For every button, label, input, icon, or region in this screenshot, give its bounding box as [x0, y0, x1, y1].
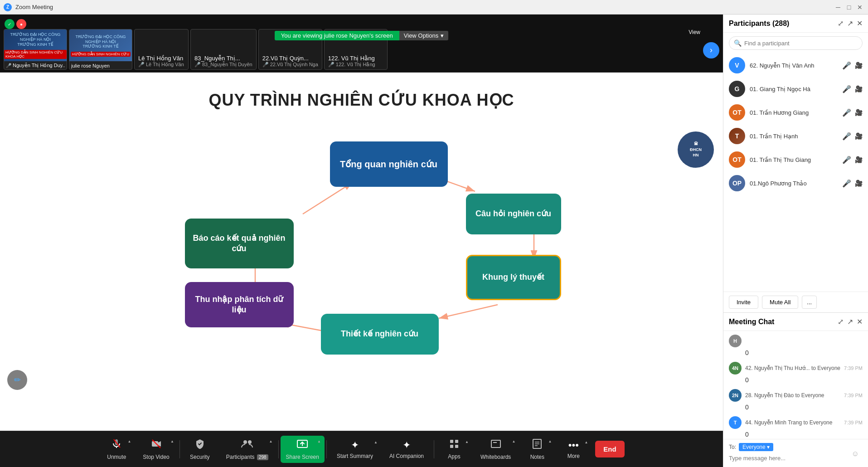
whiteboard-icon — [490, 438, 501, 452]
notes-icon — [532, 438, 542, 452]
more-caret[interactable]: ▲ — [584, 440, 588, 444]
unmute-label: Unmute — [107, 454, 126, 460]
invite-button[interactable]: Invite — [729, 296, 758, 309]
participants-more-button[interactable]: ... — [802, 296, 817, 309]
chat-close-button[interactable]: ✕ — [857, 317, 863, 326]
box-bao-cao: Báo cáo kết quả nghiên cứu — [185, 219, 294, 268]
participant-search-box[interactable]: 🔍 — [729, 36, 863, 50]
participants-caret[interactable]: ▲ — [269, 439, 273, 443]
start-summary-label: Start Summary — [337, 453, 373, 459]
view-options-button[interactable]: View Options ▾ — [399, 31, 448, 40]
list-item[interactable]: V 62. Nguyễn Thị Vân Anh 🎤 🎥 — [723, 54, 868, 77]
svg-rect-16 — [450, 440, 453, 443]
notes-caret[interactable]: ▲ — [548, 439, 552, 443]
navigate-right-button[interactable]: › — [703, 42, 719, 58]
security-button[interactable]: Security — [182, 436, 218, 463]
participant-actions: 🎤 🎥 — [842, 85, 863, 93]
chat-message: 4N 42. Nguyễn Thị Thu Hướ... to Everyone… — [729, 362, 863, 384]
edit-button[interactable]: ✏ — [7, 370, 27, 390]
notes-label: Notes — [530, 454, 544, 460]
more-label: More — [567, 453, 580, 459]
svg-line-6 — [303, 182, 353, 214]
message-time: 7:39 PM — [844, 365, 863, 371]
unmute-caret[interactable]: ▲ — [127, 439, 131, 443]
participant-actions: 🎤 🎥 — [842, 179, 863, 188]
chat-external-button[interactable]: ↗ — [847, 317, 853, 326]
whiteboards-caret[interactable]: ▲ — [512, 439, 515, 443]
right-panel: Participants (288) ⤢ ↗ ✕ 🔍 V 62. Nguyễn … — [723, 15, 868, 467]
window-controls[interactable]: ─ □ ✕ — [834, 3, 864, 12]
unmute-button[interactable]: ▲ Unmute — [98, 436, 135, 463]
participant-actions: 🎤 🎥 — [842, 61, 863, 70]
mute-icon-5: 🎤 — [328, 62, 335, 68]
start-summary-caret[interactable]: ▲ — [374, 440, 378, 444]
search-input[interactable] — [744, 40, 858, 47]
stop-video-button[interactable]: ▲ Stop Video — [135, 436, 178, 463]
whiteboards-button[interactable]: ▲ Whiteboards — [472, 436, 519, 463]
svg-point-14 — [248, 440, 252, 444]
participants-panel: Participants (288) ⤢ ↗ ✕ 🔍 V 62. Nguyễn … — [723, 15, 868, 313]
presentation-title: QUY TRÌNH NGHIÊN CỨU KHOA HỌC — [209, 91, 514, 110]
end-button[interactable]: End — [595, 441, 624, 457]
chat-input[interactable] — [729, 453, 863, 463]
start-summary-button[interactable]: ▲ ✦ Start Summary — [329, 437, 381, 462]
apps-label: Apps — [448, 453, 460, 460]
mute-icon-3: 🎤 — [194, 62, 201, 68]
participant-video-icon: 🎥 — [855, 109, 863, 116]
participant-video-icon: 🎥 — [855, 85, 863, 92]
share-screen-caret[interactable]: ▲ — [317, 439, 321, 443]
chat-recipient-dropdown[interactable]: Everyone ▾ — [739, 443, 773, 451]
svg-line-3 — [439, 305, 498, 318]
box-thu-nhap: Thu nhập phân tích dữ liệu — [185, 282, 294, 327]
apps-button[interactable]: ▲ Apps — [436, 436, 472, 462]
svg-point-13 — [243, 440, 247, 444]
more-button[interactable]: ▲ ••• More — [555, 437, 592, 462]
title-bar: Z Zoom Meeting ─ □ ✕ — [0, 0, 868, 15]
participants-button[interactable]: ▲ Participants 298 — [218, 436, 276, 463]
chat-message: T 44. Nguyễn Minh Trang to Everyone 7:39… — [729, 416, 863, 439]
list-item[interactable]: OT 01. Trần Hương Giang 🎤 🎥 — [723, 101, 868, 124]
message-avatar: 4N — [729, 362, 742, 375]
participant-name-3: 83_Nguyễn Thị... — [194, 55, 252, 62]
avatar: V — [729, 57, 745, 73]
apps-caret[interactable]: ▲ — [465, 440, 469, 444]
participant-mic-icon: 🎤 — [842, 132, 851, 141]
minimize-button[interactable]: ─ — [834, 3, 843, 12]
mute-all-button[interactable]: Mute All — [762, 296, 798, 309]
ai-companion-label: AI Companion — [389, 453, 424, 459]
participants-footer: Invite Mute All ... — [723, 292, 868, 312]
ai-companion-icon: ✦ — [402, 439, 411, 451]
list-item[interactable]: G 01. Giang Thị Ngọc Hà 🎤 🎥 — [723, 77, 868, 101]
microphone-icon — [111, 438, 122, 452]
list-item[interactable]: OT 01. Trần Thị Thu Giang 🎤 🎥 — [723, 148, 868, 171]
chat-panel-title: Meeting Chat — [729, 318, 774, 326]
participants-list: V 62. Nguyễn Thị Vân Anh 🎤 🎥 G 01. Giang… — [723, 54, 868, 292]
avatar: OP — [729, 175, 745, 191]
toolbar-separator-3 — [326, 440, 327, 458]
participants-popout-button[interactable]: ⤢ — [838, 19, 844, 28]
close-button[interactable]: ✕ — [855, 3, 864, 12]
list-item[interactable]: OP 01.Ngô Phương Thảo 🎤 🎥 — [723, 171, 868, 195]
message-sender: 28. Nguyễn Thị Đào to Everyone — [745, 392, 824, 399]
stop-video-caret[interactable]: ▲ — [170, 439, 174, 443]
svg-rect-18 — [450, 445, 453, 448]
notes-button[interactable]: ▲ Notes — [519, 436, 555, 463]
participant-list-name: 01. Trần Thị Hạnh — [750, 133, 838, 140]
maximize-button[interactable]: □ — [844, 3, 853, 12]
participant-video-icon: 🎥 — [855, 180, 863, 187]
message-sender: 44. Nguyễn Minh Trang to Everyone — [745, 419, 832, 426]
participant-video-icon: 🎥 — [855, 156, 863, 163]
presentation-area: QUY TRÌNH NGHIÊN CỨU KHOA HỌC — [0, 73, 723, 431]
participants-label: Participants 298 — [226, 454, 268, 460]
participants-close-button[interactable]: ✕ — [857, 19, 863, 28]
chat-header-controls: ⤢ ↗ ✕ — [838, 317, 863, 326]
emoji-button[interactable]: ☺ — [852, 450, 859, 458]
chat-popout-button[interactable]: ⤢ — [838, 317, 844, 326]
participants-external-button[interactable]: ↗ — [847, 19, 853, 28]
share-screen-button[interactable]: ▲ Share Screen — [281, 436, 325, 463]
participants-icon — [241, 438, 253, 452]
list-item[interactable]: T 01. Trần Thị Hạnh 🎤 🎥 — [723, 124, 868, 148]
box-tong-quan: Tổng quan nghiên cứu — [330, 141, 448, 187]
box-thiet-ke: Thiết kế nghiên cứu — [321, 314, 439, 355]
ai-companion-button[interactable]: ✦ AI Companion — [381, 437, 432, 462]
